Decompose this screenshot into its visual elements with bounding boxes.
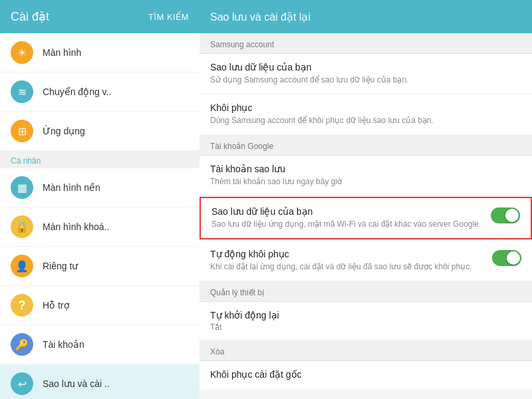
sao-luu-icon: ↩ xyxy=(11,372,33,395)
man-hinh-label: Màn hình xyxy=(43,47,81,58)
man-hinh-nen-label: Màn hình nền xyxy=(43,182,100,193)
sao-luu-toggle[interactable] xyxy=(491,207,520,223)
tu-dong-khoi-phuc[interactable]: Tự động khôi phục Khi cài đặt lại ứng dụ… xyxy=(200,241,532,281)
chuyen-dong-icon: ≋ xyxy=(11,80,33,103)
search-button[interactable]: TÌM KIẾM xyxy=(148,12,189,22)
khoi-phuc-cai-dat-goc[interactable]: Khôi phục cài đặt gốc xyxy=(200,361,532,390)
sao-luu-google-desc: Sao lưu dữ liệu ứng dụng, mật mã Wi-Fi v… xyxy=(211,219,484,230)
rieng-tu-label: Riêng tư xyxy=(43,261,78,271)
tu-khoi-dong-lai[interactable]: Tự khởi động lại Tắt xyxy=(200,302,532,340)
menu-item[interactable]: ▦ Màn hình nền xyxy=(0,168,200,207)
sao-luu-google-text: Sao lưu dữ liệu của bạn Sao lưu dữ liệu … xyxy=(211,206,484,230)
sao-luu-du-lieu-google-highlighted[interactable]: Sao lưu dữ liệu của bạn Sao lưu dữ liệu … xyxy=(200,197,532,239)
google-account-header: Tài khoản Google xyxy=(200,135,532,156)
menu-item[interactable]: 🔒 Màn hình khoá.. xyxy=(0,207,200,247)
rieng-tu-icon: 👤 xyxy=(11,255,33,277)
tu-khoi-dong-lai-title: Tự khởi động lại xyxy=(210,310,521,321)
sao-luu-google-title: Sao lưu dữ liệu của bạn xyxy=(211,206,484,217)
menu-item[interactable]: 🔑 Tài khoản xyxy=(0,325,200,364)
tai-khoan-sao-luu-desc: Thêm tài khoản sao lưu ngay bây giờ xyxy=(210,176,521,188)
menu-item[interactable]: ? Hỗ trợ xyxy=(0,286,200,325)
menu-item-sao-luu[interactable]: ↩ Sao lưu và cài .. xyxy=(0,364,200,399)
samsung-account-header: Samsung account xyxy=(200,33,532,54)
menu-item[interactable]: ≋ Chuyển động v.. xyxy=(0,72,200,112)
sao-luu-du-lieu-samsung[interactable]: Sao lưu dữ liệu của bạn Sử dụng Samsung … xyxy=(200,54,532,94)
right-panel: Sao lưu và cài đặt lại Samsung account S… xyxy=(200,0,532,399)
man-hinh-icon: ☀ xyxy=(11,41,33,64)
menu-item[interactable]: ☀ Màn hình xyxy=(0,33,200,72)
tai-khoan-label: Tài khoản xyxy=(43,339,84,350)
phone-container: Cài đặt TÌM KIẾM ☀ Màn hình ≋ Chuyển độn… xyxy=(0,0,532,399)
settings-title: Cài đặt xyxy=(11,9,49,24)
khoi-phuc-title: Khôi phục xyxy=(210,102,521,113)
tu-dong-khoi-phuc-title: Tự động khôi phục xyxy=(210,249,485,259)
menu-item[interactable]: ⊞ Ứng dụng xyxy=(0,112,200,151)
xoa-header: Xóa xyxy=(200,340,532,361)
ho-tro-icon: ? xyxy=(11,294,33,317)
sao-luu-samsung-desc: Sử dụng Samsung account để sao lưu dữ li… xyxy=(210,74,521,86)
man-hinh-nen-icon: ▦ xyxy=(11,176,33,199)
man-hinh-khoa-label: Màn hình khoá.. xyxy=(43,221,109,232)
khoi-phuc-desc: Dùng Samsung account để khôi phục dữ liệ… xyxy=(210,115,521,126)
menu-item[interactable]: 👤 Riêng tư xyxy=(0,247,200,286)
tu-dong-khoi-phuc-text: Tự động khôi phục Khi cài đặt lại ứng dụ… xyxy=(210,249,485,273)
left-header: Cài đặt TÌM KIẾM xyxy=(0,0,200,33)
right-header-title: Sao lưu và cài đặt lại xyxy=(210,11,311,23)
tai-khoan-sao-luu[interactable]: Tài khoản sao lưu Thêm tài khoản sao lưu… xyxy=(200,156,532,196)
right-scroll: Samsung account Sao lưu dữ liệu của bạn … xyxy=(200,33,532,399)
left-menu-scroll: ☀ Màn hình ≋ Chuyển động v.. ⊞ Ứng dụng … xyxy=(0,33,200,399)
chuyen-dong-label: Chuyển động v.. xyxy=(43,86,111,97)
left-panel: Cài đặt TÌM KIẾM ☀ Màn hình ≋ Chuyển độn… xyxy=(0,0,200,399)
tai-khoan-sao-luu-title: Tài khoản sao lưu xyxy=(210,164,521,174)
sao-luu-samsung-title: Sao lưu dữ liệu của bạn xyxy=(210,62,521,72)
tai-khoan-icon: 🔑 xyxy=(11,333,33,356)
sao-luu-label: Sao lưu và cài .. xyxy=(43,378,110,389)
tu-khoi-dong-lai-status: Tắt xyxy=(210,323,521,332)
tu-dong-khoi-phuc-desc: Khi cài đặt lại ứng dụng, cài đặt và dữ … xyxy=(210,261,485,273)
ca-nhan-header: Cá nhân xyxy=(0,151,200,168)
man-hinh-khoa-icon: 🔒 xyxy=(11,215,33,238)
ung-dung-icon: ⊞ xyxy=(11,120,33,142)
quan-ly-thiet-bi-header: Quản lý thiết bị xyxy=(200,281,532,302)
khoi-phuc-goc-title: Khôi phục cài đặt gốc xyxy=(210,369,521,380)
tu-dong-khoi-phuc-toggle[interactable] xyxy=(492,250,521,266)
ho-tro-label: Hỗ trợ xyxy=(43,300,70,311)
right-header: Sao lưu và cài đặt lại xyxy=(200,0,532,33)
ung-dung-label: Ứng dụng xyxy=(43,126,85,136)
khoi-phuc-samsung[interactable]: Khôi phục Dùng Samsung account để khôi p… xyxy=(200,94,532,135)
